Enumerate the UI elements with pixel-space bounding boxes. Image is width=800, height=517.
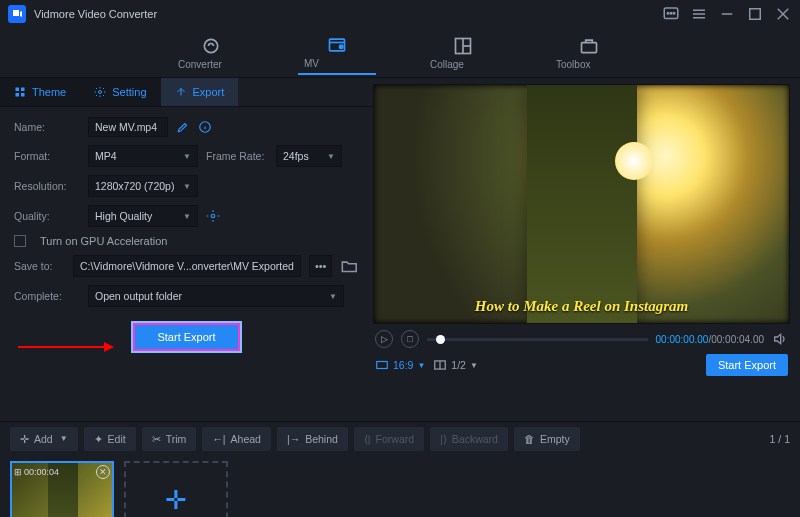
edit-button[interactable]: ✦Edit [84,427,136,451]
empty-button[interactable]: 🗑Empty [514,427,580,451]
svg-point-1 [667,13,669,15]
plus-icon: ✛ [20,433,29,445]
format-label: Format: [14,150,80,162]
page-indicator: 1 / 1 [770,433,790,445]
volume-icon[interactable] [772,331,788,347]
gpu-label: Turn on GPU Acceleration [40,235,167,247]
svg-point-13 [340,45,343,48]
scissors-icon: ✂ [152,433,161,445]
collage-icon [453,36,473,56]
annotation-arrow [18,339,114,355]
svg-rect-29 [377,362,388,369]
add-clip-button[interactable]: ✛ [124,461,228,517]
tab-theme[interactable]: Theme [0,78,80,106]
play-button[interactable]: ▷ [375,330,393,348]
svg-rect-20 [16,93,20,97]
menu-icon[interactable] [690,5,708,23]
behind-button[interactable]: |→Behind [277,427,348,451]
saveto-label: Save to: [14,260,65,272]
forward-icon: ⟨| [364,433,371,445]
maximize-icon[interactable] [746,5,764,23]
tab-export[interactable]: Export [161,78,239,106]
open-folder-icon[interactable] [340,255,359,277]
behind-icon: |→ [287,433,300,445]
film-icon: ⊞ [14,467,22,477]
name-label: Name: [14,121,80,133]
browse-button[interactable]: ••• [309,255,333,277]
progress-bar[interactable] [427,338,648,341]
backward-button[interactable]: |⟩Backward [430,427,508,451]
backward-icon: |⟩ [440,433,447,445]
split-select[interactable]: 1/2▼ [433,358,478,372]
app-logo [8,5,26,23]
nav-collage[interactable]: Collage [424,32,502,74]
ahead-icon: ←| [212,433,225,445]
start-export-button-right[interactable]: Start Export [706,354,788,376]
mv-icon [327,35,347,55]
feedback-icon[interactable] [662,5,680,23]
edit-name-icon[interactable] [176,120,190,134]
preview-panel: How to Make a Reel on Instagram [373,84,790,324]
quality-label: Quality: [14,210,80,222]
quality-settings-icon[interactable] [206,209,220,223]
info-icon[interactable] [198,120,212,134]
framerate-label: Frame Rate: [206,150,268,162]
name-input[interactable]: New MV.mp4 [88,117,168,137]
resolution-label: Resolution: [14,180,80,192]
remove-clip-icon[interactable]: ✕ [96,465,110,479]
quality-select[interactable]: High Quality▼ [88,205,198,227]
framerate-select[interactable]: 24fps▼ [276,145,342,167]
converter-icon [201,36,221,56]
svg-point-11 [204,39,217,52]
app-title: Vidmore Video Converter [34,8,662,20]
nav-toolbox[interactable]: Toolbox [550,32,628,74]
setting-icon [94,86,106,98]
preview-caption: How to Make a Reel on Instagram [374,298,789,315]
toolbox-icon [579,36,599,56]
svg-rect-21 [21,93,25,97]
format-select[interactable]: MP4▼ [88,145,198,167]
svg-point-26 [211,214,215,218]
theme-icon [14,86,26,98]
gpu-checkbox[interactable] [14,235,26,247]
time-display: 00:00:00.00/00:00:04.00 [656,334,764,345]
svg-rect-19 [21,88,25,92]
svg-point-2 [670,13,672,15]
svg-point-22 [99,91,102,94]
ahead-button[interactable]: ←|Ahead [202,427,271,451]
minimize-icon[interactable] [718,5,736,23]
trim-button[interactable]: ✂Trim [142,427,197,451]
nav-mv[interactable]: MV [298,31,376,75]
svg-point-3 [673,13,675,15]
start-export-button[interactable]: Start Export [133,323,239,351]
trash-icon: 🗑 [524,433,535,445]
resolution-select[interactable]: 1280x720 (720p)▼ [88,175,198,197]
close-icon[interactable] [774,5,792,23]
add-button[interactable]: ✛Add▼ [10,427,78,451]
export-icon [175,86,187,98]
svg-rect-17 [582,42,597,52]
stop-button[interactable]: □ [401,330,419,348]
forward-button[interactable]: ⟨|Forward [354,427,424,451]
aspect-select[interactable]: 16:9▼ [375,358,425,372]
svg-marker-28 [104,342,114,352]
tab-setting[interactable]: Setting [80,78,160,106]
wand-icon: ✦ [94,433,103,445]
svg-rect-18 [16,88,20,92]
complete-select[interactable]: Open output folder▼ [88,285,344,307]
complete-label: Complete: [14,290,80,302]
clip-thumbnail[interactable]: ⊞00:00:04 ✕ ▷ 🔇 ✦ ✂ [10,461,114,517]
svg-rect-8 [750,9,761,20]
nav-converter[interactable]: Converter [172,32,250,74]
saveto-path[interactable]: C:\Vidmore\Vidmore V...onverter\MV Expor… [73,255,301,277]
